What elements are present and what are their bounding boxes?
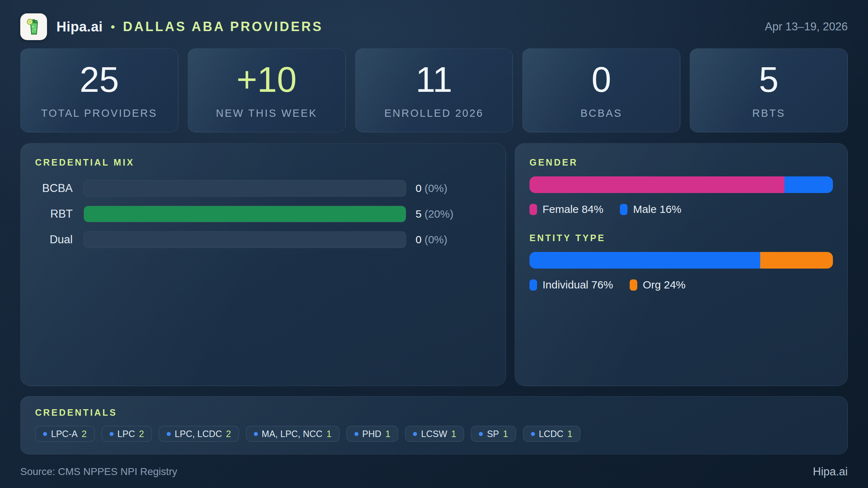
credential-chip-phd: PHD1: [346, 426, 399, 442]
stat-value: 0: [592, 62, 612, 97]
chip-dot-icon: [254, 432, 258, 436]
org-swatch-icon: [630, 279, 637, 291]
chip-dot-icon: [531, 432, 535, 436]
legend-item-male: Male 16%: [620, 203, 681, 215]
credentials-panel: CREDENTIALS LPC-A2 LPC2 LPC, LCDC2 MA, L…: [20, 396, 848, 454]
chip-dot-icon: [167, 432, 171, 436]
credentials-chip-list: LPC-A2 LPC2 LPC, LCDC2 MA, LPC, NCC1 PHD…: [35, 426, 833, 442]
stat-card-rbts: 5 RBTS: [690, 48, 848, 132]
credential-mix-title: CREDENTIAL MIX: [35, 157, 491, 168]
credential-chip-ma-lpc-ncc: MA, LPC, NCC1: [246, 426, 340, 442]
mix-bar-track: [84, 206, 406, 222]
gender-stacked-bar: [529, 176, 833, 193]
chip-dot-icon: [354, 432, 358, 436]
stat-label: NEW THIS WEEK: [216, 107, 317, 119]
chip-dot-icon: [110, 432, 114, 436]
male-swatch-icon: [620, 204, 627, 215]
header: Hipa.ai • DALLAS ABA PROVIDERS Apr 13–19…: [20, 13, 848, 40]
mix-bar-track: [84, 180, 406, 197]
brand-name: Hipa.ai: [56, 19, 103, 35]
legend-label: Male 16%: [633, 203, 681, 215]
credentials-title: CREDENTIALS: [35, 407, 833, 418]
mix-row-rbt: RBT 5(20%): [35, 206, 491, 222]
mix-row-value: 0(0%): [406, 234, 491, 246]
source-attribution: Source: CMS NPPES NPI Registry: [20, 466, 177, 478]
mix-row-label: Dual: [35, 233, 74, 246]
main-content: CREDENTIAL MIX BCBA 0(0%) RBT 5(20%): [20, 143, 848, 386]
stat-value: 25: [80, 62, 119, 97]
app-logo: [20, 13, 47, 40]
gender-title: GENDER: [529, 157, 833, 168]
mix-row-value: 0(0%): [406, 182, 491, 194]
entity-type-title: ENTITY TYPE: [529, 233, 833, 243]
page-title: DALLAS ABA PROVIDERS: [123, 19, 323, 34]
credential-chip-lpc-a: LPC-A2: [35, 426, 95, 442]
chip-dot-icon: [413, 432, 417, 436]
mix-row-label: RBT: [35, 207, 74, 221]
demographics-panel: GENDER Female 84% Male 16% ENTITY TYPE: [515, 143, 848, 386]
footer: Source: CMS NPPES NPI Registry Hipa.ai: [20, 465, 848, 478]
chip-dot-icon: [479, 432, 483, 436]
title-separator-dot: •: [111, 20, 115, 34]
gender-legend: Female 84% Male 16%: [529, 203, 833, 215]
stat-label: RBTS: [752, 107, 785, 119]
stat-card-new-this-week: +10 NEW THIS WEEK: [188, 48, 346, 132]
credential-chip-sp: SP1: [471, 426, 516, 442]
credential-mix-chart: BCBA 0(0%) RBT 5(20%) Dual: [35, 180, 491, 248]
mix-row-value: 5(20%): [406, 208, 491, 220]
legend-label: Female 84%: [542, 203, 603, 215]
gender-segment-female: [529, 176, 784, 193]
legend-label: Individual 76%: [542, 279, 613, 291]
legend-item-org: Org 24%: [630, 279, 685, 291]
legend-item-female: Female 84%: [529, 203, 603, 215]
stat-card-bcbas: 0 BCBAS: [522, 48, 680, 132]
stat-label: TOTAL PROVIDERS: [41, 107, 157, 119]
credential-chip-lpc-lcdc: LPC, LCDC2: [159, 426, 239, 442]
credential-chip-lpc: LPC2: [102, 426, 152, 442]
mix-bar-track: [84, 231, 406, 248]
chip-dot-icon: [43, 432, 47, 436]
stat-label: ENROLLED 2026: [384, 107, 484, 119]
date-range: Apr 13–19, 2026: [765, 20, 848, 33]
credential-chip-lcsw: LCSW1: [405, 426, 464, 442]
entity-type-stacked-bar: [529, 252, 833, 269]
stat-cards-row: 25 TOTAL PROVIDERS +10 NEW THIS WEEK 11 …: [20, 48, 848, 132]
stat-value: 5: [759, 62, 779, 97]
mojito-glass-icon: [24, 17, 43, 36]
female-swatch-icon: [529, 204, 537, 215]
gender-segment-male: [784, 176, 833, 193]
entity-type-legend: Individual 76% Org 24%: [529, 279, 833, 291]
footer-brand: Hipa.ai: [813, 465, 848, 478]
credential-mix-panel: CREDENTIAL MIX BCBA 0(0%) RBT 5(20%): [20, 143, 506, 386]
mix-row-label: BCBA: [35, 182, 74, 195]
credential-chip-lcdc: LCDC1: [523, 426, 580, 442]
entity-segment-org: [760, 252, 833, 269]
entity-segment-individual: [529, 252, 760, 269]
dashboard-page: Hipa.ai • DALLAS ABA PROVIDERS Apr 13–19…: [0, 0, 868, 488]
stat-value: +10: [237, 62, 297, 97]
stat-value: 11: [416, 62, 452, 97]
stat-card-total-providers: 25 TOTAL PROVIDERS: [20, 48, 178, 132]
legend-item-individual: Individual 76%: [529, 279, 613, 291]
stat-label: BCBAS: [580, 107, 622, 119]
mix-row-bcba: BCBA 0(0%): [35, 180, 491, 197]
mix-bar-fill: [84, 206, 406, 222]
legend-label: Org 24%: [643, 279, 685, 291]
mix-row-dual: Dual 0(0%): [35, 231, 491, 248]
stat-card-enrolled-2026: 11 ENROLLED 2026: [355, 48, 513, 132]
individual-swatch-icon: [529, 279, 537, 291]
